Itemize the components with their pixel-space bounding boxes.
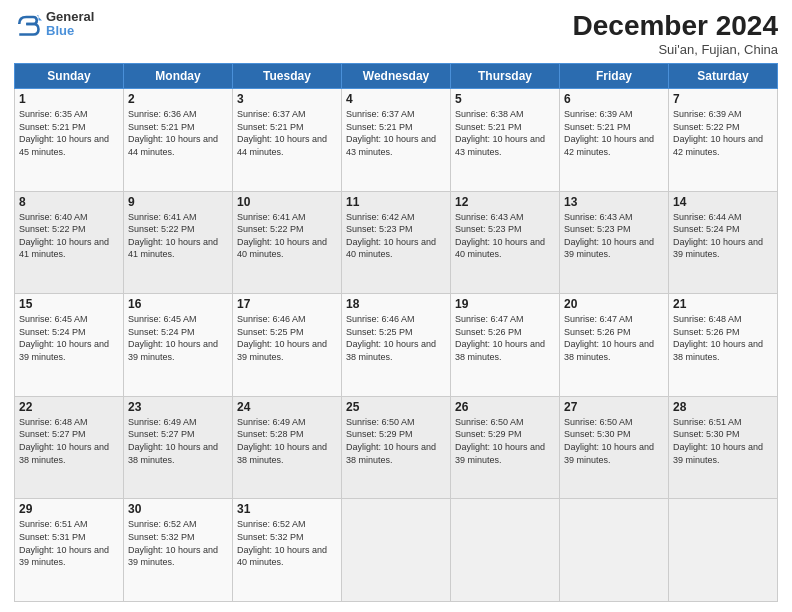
day-number: 20 — [564, 297, 664, 311]
day-info: Sunrise: 6:50 AMSunset: 5:29 PMDaylight:… — [346, 416, 446, 466]
col-header-friday: Friday — [560, 64, 669, 89]
day-number: 19 — [455, 297, 555, 311]
logo: General Blue — [14, 10, 94, 39]
empty-cell — [560, 499, 669, 602]
day-cell-26: 26 Sunrise: 6:50 AMSunset: 5:29 PMDaylig… — [451, 396, 560, 499]
day-info: Sunrise: 6:49 AMSunset: 5:27 PMDaylight:… — [128, 416, 228, 466]
day-number: 5 — [455, 92, 555, 106]
week-row-2: 8 Sunrise: 6:40 AMSunset: 5:22 PMDayligh… — [15, 191, 778, 294]
day-number: 13 — [564, 195, 664, 209]
day-info: Sunrise: 6:39 AMSunset: 5:22 PMDaylight:… — [673, 108, 773, 158]
day-cell-24: 24 Sunrise: 6:49 AMSunset: 5:28 PMDaylig… — [233, 396, 342, 499]
day-cell-21: 21 Sunrise: 6:48 AMSunset: 5:26 PMDaylig… — [669, 294, 778, 397]
day-number: 6 — [564, 92, 664, 106]
logo-text: General Blue — [46, 10, 94, 39]
day-info: Sunrise: 6:52 AMSunset: 5:32 PMDaylight:… — [237, 518, 337, 568]
day-cell-15: 15 Sunrise: 6:45 AMSunset: 5:24 PMDaylig… — [15, 294, 124, 397]
calendar-header-row: SundayMondayTuesdayWednesdayThursdayFrid… — [15, 64, 778, 89]
page: General Blue December 2024 Sui'an, Fujia… — [0, 0, 792, 612]
day-cell-5: 5 Sunrise: 6:38 AMSunset: 5:21 PMDayligh… — [451, 89, 560, 192]
week-row-5: 29 Sunrise: 6:51 AMSunset: 5:31 PMDaylig… — [15, 499, 778, 602]
day-info: Sunrise: 6:37 AMSunset: 5:21 PMDaylight:… — [346, 108, 446, 158]
day-number: 14 — [673, 195, 773, 209]
day-cell-17: 17 Sunrise: 6:46 AMSunset: 5:25 PMDaylig… — [233, 294, 342, 397]
day-info: Sunrise: 6:39 AMSunset: 5:21 PMDaylight:… — [564, 108, 664, 158]
day-cell-2: 2 Sunrise: 6:36 AMSunset: 5:21 PMDayligh… — [124, 89, 233, 192]
day-number: 29 — [19, 502, 119, 516]
day-number: 26 — [455, 400, 555, 414]
day-info: Sunrise: 6:51 AMSunset: 5:31 PMDaylight:… — [19, 518, 119, 568]
day-number: 9 — [128, 195, 228, 209]
week-row-4: 22 Sunrise: 6:48 AMSunset: 5:27 PMDaylig… — [15, 396, 778, 499]
day-cell-19: 19 Sunrise: 6:47 AMSunset: 5:26 PMDaylig… — [451, 294, 560, 397]
day-number: 24 — [237, 400, 337, 414]
day-number: 18 — [346, 297, 446, 311]
title-section: December 2024 Sui'an, Fujian, China — [573, 10, 778, 57]
day-info: Sunrise: 6:44 AMSunset: 5:24 PMDaylight:… — [673, 211, 773, 261]
day-number: 12 — [455, 195, 555, 209]
week-row-3: 15 Sunrise: 6:45 AMSunset: 5:24 PMDaylig… — [15, 294, 778, 397]
day-cell-27: 27 Sunrise: 6:50 AMSunset: 5:30 PMDaylig… — [560, 396, 669, 499]
empty-cell — [669, 499, 778, 602]
day-info: Sunrise: 6:43 AMSunset: 5:23 PMDaylight:… — [564, 211, 664, 261]
day-info: Sunrise: 6:41 AMSunset: 5:22 PMDaylight:… — [128, 211, 228, 261]
day-info: Sunrise: 6:51 AMSunset: 5:30 PMDaylight:… — [673, 416, 773, 466]
day-number: 16 — [128, 297, 228, 311]
location: Sui'an, Fujian, China — [573, 42, 778, 57]
week-row-1: 1 Sunrise: 6:35 AMSunset: 5:21 PMDayligh… — [15, 89, 778, 192]
day-cell-20: 20 Sunrise: 6:47 AMSunset: 5:26 PMDaylig… — [560, 294, 669, 397]
day-number: 4 — [346, 92, 446, 106]
day-number: 11 — [346, 195, 446, 209]
day-number: 31 — [237, 502, 337, 516]
day-cell-6: 6 Sunrise: 6:39 AMSunset: 5:21 PMDayligh… — [560, 89, 669, 192]
day-cell-31: 31 Sunrise: 6:52 AMSunset: 5:32 PMDaylig… — [233, 499, 342, 602]
day-cell-30: 30 Sunrise: 6:52 AMSunset: 5:32 PMDaylig… — [124, 499, 233, 602]
col-header-thursday: Thursday — [451, 64, 560, 89]
day-info: Sunrise: 6:43 AMSunset: 5:23 PMDaylight:… — [455, 211, 555, 261]
day-info: Sunrise: 6:42 AMSunset: 5:23 PMDaylight:… — [346, 211, 446, 261]
day-info: Sunrise: 6:35 AMSunset: 5:21 PMDaylight:… — [19, 108, 119, 158]
day-number: 3 — [237, 92, 337, 106]
day-cell-13: 13 Sunrise: 6:43 AMSunset: 5:23 PMDaylig… — [560, 191, 669, 294]
day-cell-29: 29 Sunrise: 6:51 AMSunset: 5:31 PMDaylig… — [15, 499, 124, 602]
day-number: 25 — [346, 400, 446, 414]
col-header-wednesday: Wednesday — [342, 64, 451, 89]
day-cell-25: 25 Sunrise: 6:50 AMSunset: 5:29 PMDaylig… — [342, 396, 451, 499]
day-number: 27 — [564, 400, 664, 414]
day-cell-28: 28 Sunrise: 6:51 AMSunset: 5:30 PMDaylig… — [669, 396, 778, 499]
day-number: 23 — [128, 400, 228, 414]
day-info: Sunrise: 6:40 AMSunset: 5:22 PMDaylight:… — [19, 211, 119, 261]
header: General Blue December 2024 Sui'an, Fujia… — [14, 10, 778, 57]
day-info: Sunrise: 6:52 AMSunset: 5:32 PMDaylight:… — [128, 518, 228, 568]
day-info: Sunrise: 6:49 AMSunset: 5:28 PMDaylight:… — [237, 416, 337, 466]
day-info: Sunrise: 6:45 AMSunset: 5:24 PMDaylight:… — [19, 313, 119, 363]
col-header-saturday: Saturday — [669, 64, 778, 89]
empty-cell — [451, 499, 560, 602]
day-cell-3: 3 Sunrise: 6:37 AMSunset: 5:21 PMDayligh… — [233, 89, 342, 192]
day-number: 10 — [237, 195, 337, 209]
day-cell-12: 12 Sunrise: 6:43 AMSunset: 5:23 PMDaylig… — [451, 191, 560, 294]
day-number: 22 — [19, 400, 119, 414]
day-info: Sunrise: 6:37 AMSunset: 5:21 PMDaylight:… — [237, 108, 337, 158]
day-cell-18: 18 Sunrise: 6:46 AMSunset: 5:25 PMDaylig… — [342, 294, 451, 397]
day-cell-9: 9 Sunrise: 6:41 AMSunset: 5:22 PMDayligh… — [124, 191, 233, 294]
day-info: Sunrise: 6:48 AMSunset: 5:26 PMDaylight:… — [673, 313, 773, 363]
logo-icon — [14, 10, 42, 38]
day-info: Sunrise: 6:50 AMSunset: 5:30 PMDaylight:… — [564, 416, 664, 466]
col-header-tuesday: Tuesday — [233, 64, 342, 89]
day-cell-10: 10 Sunrise: 6:41 AMSunset: 5:22 PMDaylig… — [233, 191, 342, 294]
day-cell-23: 23 Sunrise: 6:49 AMSunset: 5:27 PMDaylig… — [124, 396, 233, 499]
day-info: Sunrise: 6:36 AMSunset: 5:21 PMDaylight:… — [128, 108, 228, 158]
day-cell-11: 11 Sunrise: 6:42 AMSunset: 5:23 PMDaylig… — [342, 191, 451, 294]
day-info: Sunrise: 6:45 AMSunset: 5:24 PMDaylight:… — [128, 313, 228, 363]
day-info: Sunrise: 6:46 AMSunset: 5:25 PMDaylight:… — [346, 313, 446, 363]
day-number: 28 — [673, 400, 773, 414]
day-cell-8: 8 Sunrise: 6:40 AMSunset: 5:22 PMDayligh… — [15, 191, 124, 294]
logo-line1: General — [46, 10, 94, 24]
month-title: December 2024 — [573, 10, 778, 42]
col-header-monday: Monday — [124, 64, 233, 89]
day-number: 17 — [237, 297, 337, 311]
day-cell-22: 22 Sunrise: 6:48 AMSunset: 5:27 PMDaylig… — [15, 396, 124, 499]
day-info: Sunrise: 6:46 AMSunset: 5:25 PMDaylight:… — [237, 313, 337, 363]
day-info: Sunrise: 6:41 AMSunset: 5:22 PMDaylight:… — [237, 211, 337, 261]
